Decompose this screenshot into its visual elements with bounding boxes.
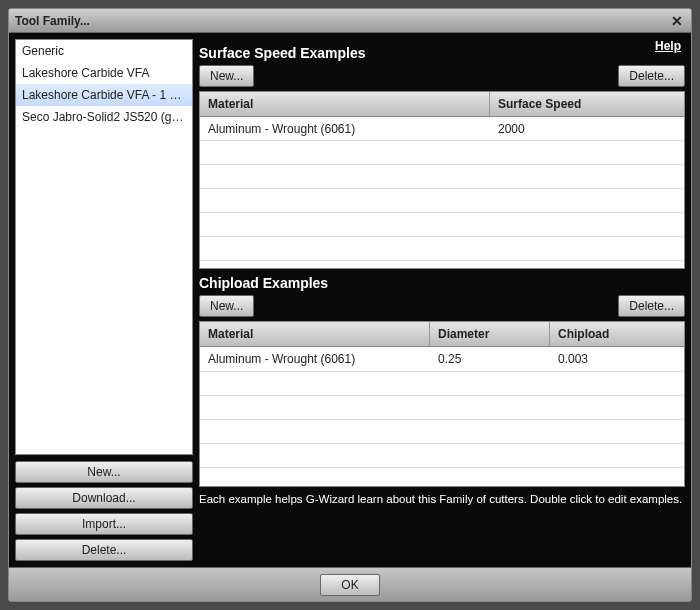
left-button-group: New... Download... Import... Delete... — [15, 461, 193, 561]
table-row[interactable] — [200, 189, 684, 213]
close-icon[interactable]: ✕ — [669, 13, 685, 29]
surface-speed-section: Surface Speed Examples New... Delete... … — [199, 39, 685, 269]
table-row[interactable] — [200, 165, 684, 189]
chipload-title: Chipload Examples — [199, 275, 685, 291]
spacer — [260, 295, 612, 317]
cell-material: Aluminum - Wrought (6061) — [200, 347, 430, 371]
surface-speed-delete-button[interactable]: Delete... — [618, 65, 685, 87]
cell-speed: 2000 — [490, 117, 684, 140]
right-pane: Help Surface Speed Examples New... Delet… — [199, 39, 685, 561]
table-row[interactable] — [200, 444, 684, 468]
cell-chipload: 0.003 — [550, 347, 684, 371]
window-title: Tool Family... — [15, 14, 669, 28]
surface-speed-grid[interactable]: Material Surface Speed Aluminum - Wrough… — [199, 91, 685, 269]
import-family-button[interactable]: Import... — [15, 513, 193, 535]
table-row[interactable]: Aluminum - Wrought (6061) 2000 — [200, 117, 684, 141]
table-row[interactable] — [200, 213, 684, 237]
tool-family-dialog: Tool Family... ✕ Generic Lakeshore Carbi… — [8, 8, 692, 602]
table-row[interactable] — [200, 420, 684, 444]
download-family-button[interactable]: Download... — [15, 487, 193, 509]
list-item[interactable]: Generic — [16, 40, 192, 62]
col-diameter[interactable]: Diameter — [430, 322, 550, 346]
hint-text: Each example helps G-Wizard learn about … — [199, 493, 685, 505]
table-row[interactable] — [200, 261, 684, 269]
help-link[interactable]: Help — [655, 39, 681, 53]
ok-button[interactable]: OK — [320, 574, 380, 596]
chipload-grid[interactable]: Material Diameter Chipload Aluminum - Wr… — [199, 321, 685, 487]
table-row[interactable]: Aluminum - Wrought (6061) 0.25 0.003 — [200, 347, 684, 372]
surface-speed-title: Surface Speed Examples — [199, 45, 685, 61]
cell-diameter: 0.25 — [430, 347, 550, 371]
family-list[interactable]: Generic Lakeshore Carbide VFA Lakeshore … — [15, 39, 193, 455]
chipload-delete-button[interactable]: Delete... — [618, 295, 685, 317]
table-row[interactable] — [200, 396, 684, 420]
chipload-toolbar: New... Delete... — [199, 295, 685, 317]
cell-material: Aluminum - Wrought (6061) — [200, 117, 490, 140]
col-material[interactable]: Material — [200, 322, 430, 346]
table-row[interactable] — [200, 141, 684, 165]
list-item[interactable]: Lakeshore Carbide VFA - 1 Example — [16, 84, 192, 106]
list-item[interactable]: Seco Jabro-Solid2 JS520 (general) — [16, 106, 192, 128]
left-pane: Generic Lakeshore Carbide VFA Lakeshore … — [15, 39, 193, 561]
new-family-button[interactable]: New... — [15, 461, 193, 483]
chipload-grid-header: Material Diameter Chipload — [200, 322, 684, 347]
surface-speed-toolbar: New... Delete... — [199, 65, 685, 87]
table-row[interactable] — [200, 237, 684, 261]
delete-family-button[interactable]: Delete... — [15, 539, 193, 561]
surface-speed-grid-header: Material Surface Speed — [200, 92, 684, 117]
col-chipload[interactable]: Chipload — [550, 322, 684, 346]
chipload-new-button[interactable]: New... — [199, 295, 254, 317]
dialog-footer: OK — [9, 567, 691, 601]
dialog-body: Generic Lakeshore Carbide VFA Lakeshore … — [9, 33, 691, 567]
list-item[interactable]: Lakeshore Carbide VFA — [16, 62, 192, 84]
table-row[interactable] — [200, 372, 684, 396]
chipload-section: Chipload Examples New... Delete... Mater… — [199, 269, 685, 487]
col-surface-speed[interactable]: Surface Speed — [490, 92, 684, 116]
titlebar: Tool Family... ✕ — [9, 9, 691, 33]
col-material[interactable]: Material — [200, 92, 490, 116]
spacer — [260, 65, 612, 87]
surface-speed-new-button[interactable]: New... — [199, 65, 254, 87]
